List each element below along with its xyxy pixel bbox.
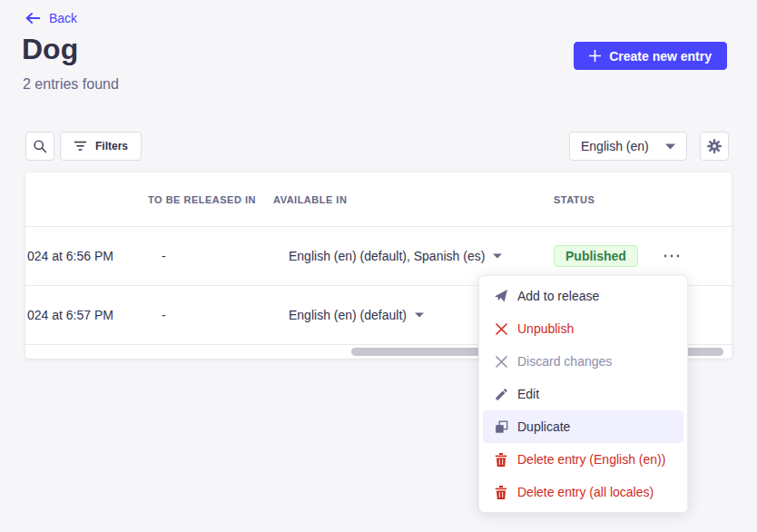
back-link[interactable]: Back [25,11,77,25]
menu-item-label: Edit [517,387,539,401]
filters-button-label: Filters [95,140,128,153]
paper-plane-icon [494,289,508,303]
chevron-down-icon [665,143,675,150]
plus-icon [589,50,601,62]
row-actions-button[interactable] [659,245,684,267]
settings-button[interactable] [700,132,729,161]
search-icon [33,139,47,153]
menu-item-discard-changes[interactable]: Discard changes [483,345,683,378]
cell-updated-date: 024 at 6:57 PM [27,308,113,322]
menu-item-delete-entry-english[interactable]: Delete entry (English (en)) [483,443,683,476]
trash-icon [494,452,508,467]
menu-item-label: Discard changes [517,354,612,369]
back-link-label: Back [49,11,77,25]
create-new-entry-label: Create new entry [609,49,712,64]
column-header-status: STATUS [554,194,595,205]
search-button[interactable] [25,132,54,161]
caret-down-icon [493,253,502,259]
status-badge: Published [554,245,638,267]
filters-button[interactable]: Filters [60,132,142,161]
menu-item-label: Delete entry (all locales) [517,485,654,499]
menu-item-delete-entry-all-locales[interactable]: Delete entry (all locales) [483,476,683,508]
cell-available-in[interactable]: English (en) (default), Spanish (es) [289,249,502,263]
column-header-available-in: AVAILABLE IN [273,194,347,205]
caret-down-icon [415,312,424,318]
available-locales-text: English (en) (default), Spanish (es) [289,249,485,263]
gear-icon [706,138,723,154]
back-arrow-icon [25,12,41,25]
available-locales-text: English (en) (default) [289,308,407,322]
locale-select[interactable]: English (en) [569,132,687,161]
menu-item-unpublish[interactable]: Unpublish [483,312,683,345]
menu-item-duplicate[interactable]: Duplicate [483,410,683,443]
cell-updated-date: 024 at 6:56 PM [27,249,113,263]
table-header-row: TO BE RELEASED IN AVAILABLE IN STATUS [25,172,732,227]
menu-item-label: Add to release [517,289,599,303]
cell-to-be-released-in: - [162,308,166,322]
pencil-icon [494,387,508,401]
create-new-entry-button[interactable]: Create new entry [574,42,727,70]
more-dots-icon [664,254,680,258]
menu-item-edit[interactable]: Edit [483,378,683,410]
cell-available-in[interactable]: English (en) (default) [289,308,424,322]
locale-select-value: English (en) [581,139,649,153]
menu-item-label: Unpublish [517,321,574,336]
menu-item-label: Duplicate [517,419,570,434]
cell-to-be-released-in: - [162,249,166,263]
trash-icon [494,485,508,499]
cross-icon [494,321,508,336]
duplicate-icon [494,419,508,434]
menu-item-label: Delete entry (English (en)) [517,452,665,467]
menu-item-add-to-release[interactable]: Add to release [483,280,683,312]
page-title: Dog [22,33,78,66]
entries-count: 2 entries found [23,76,119,93]
filter-icon [74,141,87,152]
row-actions-menu: Add to release Unpublish Discard changes… [478,275,688,513]
column-header-to-be-released-in: TO BE RELEASED IN [148,194,256,205]
cross-icon [494,354,508,369]
